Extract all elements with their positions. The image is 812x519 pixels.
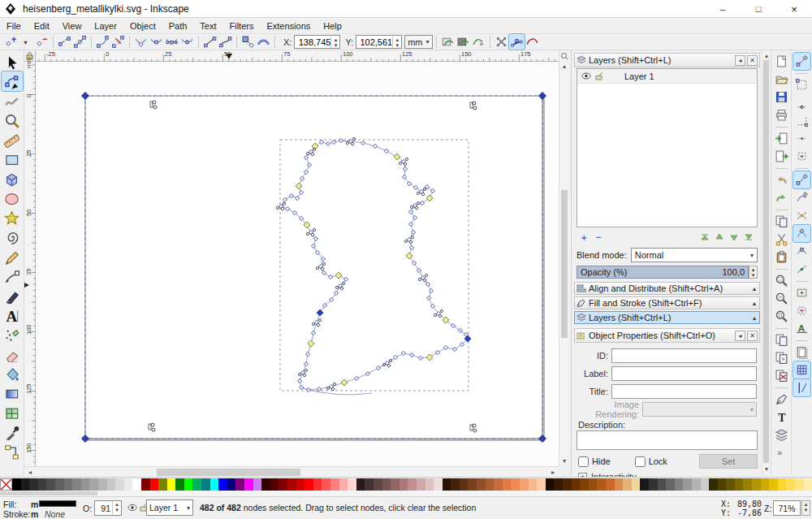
- color-swatch[interactable]: [296, 478, 305, 491]
- layer-visibility-icon[interactable]: [127, 504, 139, 512]
- layer-row[interactable]: Layer 1: [577, 69, 757, 84]
- x-coord-spinbox[interactable]: ▴▾: [294, 35, 340, 49]
- snap-to-paths-button[interactable]: [793, 189, 810, 206]
- color-swatch[interactable]: [520, 478, 529, 491]
- color-swatch[interactable]: [804, 478, 812, 491]
- y-coord-input[interactable]: [356, 36, 392, 48]
- cut-button[interactable]: [773, 231, 790, 248]
- tool-spiral[interactable]: [2, 227, 23, 247]
- hide-checkbox[interactable]: [578, 456, 589, 467]
- canvas[interactable]: [36, 62, 559, 466]
- color-swatch[interactable]: [304, 478, 313, 491]
- close-button[interactable]: ×: [776, 0, 812, 18]
- tool-zoom[interactable]: [2, 110, 23, 130]
- snap-bbox-edge-midpoints-button[interactable]: [793, 130, 810, 147]
- print-button[interactable]: [773, 106, 790, 123]
- color-swatch[interactable]: [468, 478, 477, 491]
- color-swatch[interactable]: [313, 478, 322, 491]
- color-swatch[interactable]: [786, 478, 795, 491]
- snap-page-border-button[interactable]: [793, 344, 810, 361]
- fill-stroke-dialog-button[interactable]: [773, 391, 790, 408]
- description-textarea[interactable]: [577, 430, 758, 450]
- color-swatch[interactable]: [192, 478, 201, 491]
- color-swatch[interactable]: [29, 478, 38, 491]
- id-input[interactable]: [611, 348, 757, 363]
- edit-clip-button[interactable]: [440, 34, 456, 50]
- color-swatch[interactable]: [692, 478, 701, 491]
- label-input[interactable]: [611, 366, 757, 381]
- color-swatch[interactable]: [374, 478, 382, 491]
- cms-adjust-icon[interactable]: [559, 52, 569, 60]
- color-swatch[interactable]: [167, 478, 176, 491]
- tool-star[interactable]: [2, 208, 23, 227]
- stroke-to-path-button[interactable]: [256, 34, 271, 50]
- node-corner-button[interactable]: [133, 34, 149, 50]
- color-swatch[interactable]: [752, 478, 761, 491]
- set-button[interactable]: Set: [699, 454, 758, 469]
- snap-cusp-nodes-button[interactable]: [793, 225, 810, 242]
- color-swatch[interactable]: [150, 478, 159, 491]
- color-swatch[interactable]: [615, 478, 624, 491]
- delete-node-button[interactable]: [34, 34, 50, 50]
- y-coord-spinbox[interactable]: ▴▾: [356, 35, 402, 49]
- zoom-spin-arrows[interactable]: ▴▾: [801, 500, 810, 516]
- color-swatch[interactable]: [417, 478, 425, 491]
- object-opacity-spinbox[interactable]: 91 ▴▾: [94, 500, 122, 516]
- color-swatch[interactable]: [726, 478, 735, 491]
- snap-smooth-nodes-button[interactable]: [793, 243, 810, 260]
- canvas-horizontal-scrollbar[interactable]: ◂ ▸: [24, 466, 559, 477]
- color-swatch[interactable]: [408, 478, 417, 491]
- clone-button[interactable]: [773, 349, 790, 366]
- color-swatch[interactable]: [184, 478, 193, 491]
- tool-dropper[interactable]: [2, 422, 23, 442]
- redo-button[interactable]: [773, 189, 790, 206]
- color-swatch[interactable]: [434, 478, 443, 491]
- color-swatch[interactable]: [348, 478, 356, 491]
- color-swatch[interactable]: [55, 478, 64, 491]
- layer-to-top-icon[interactable]: [699, 231, 714, 244]
- panel-collapse-button[interactable]: ◂: [735, 55, 745, 66]
- object-properties-title[interactable]: Object Properties (Shift+Ctrl+O) ◂ ✕: [574, 328, 760, 343]
- color-swatch[interactable]: [761, 478, 770, 491]
- tool-bezier-pen[interactable]: [2, 266, 23, 286]
- color-swatch[interactable]: [658, 478, 667, 491]
- dockbar-fill-stroke[interactable]: Fill and Stroke (Shift+Ctrl+F) ▴: [574, 296, 760, 309]
- scroll-down-icon[interactable]: ▾: [762, 465, 771, 472]
- node-smooth-button[interactable]: [149, 34, 164, 50]
- swatch-none[interactable]: [0, 478, 12, 491]
- undo-button[interactable]: [773, 171, 790, 188]
- color-swatch[interactable]: [709, 478, 718, 491]
- color-swatch[interactable]: [38, 478, 47, 491]
- fill-color-swatch[interactable]: [39, 500, 76, 507]
- layers-dialog-button[interactable]: [773, 426, 790, 443]
- palette-scroll-thumb[interactable]: [0, 491, 97, 495]
- text-dialog-button[interactable]: T: [773, 409, 790, 426]
- color-swatch[interactable]: [201, 478, 210, 491]
- title-input[interactable]: [611, 384, 757, 399]
- color-swatch[interactable]: [261, 478, 270, 491]
- show-transform-handles-button[interactable]: [494, 34, 509, 50]
- color-swatch[interactable]: [580, 478, 589, 491]
- zoom-page-button[interactable]: [773, 308, 790, 325]
- dockbar-align-distribute[interactable]: Align and Distribute (Shift+Ctrl+A) ▴: [574, 282, 760, 295]
- segment-to-curve-button[interactable]: [218, 34, 233, 50]
- panel-collapse-button[interactable]: ◂: [735, 331, 745, 341]
- tool-ellipse[interactable]: [2, 188, 23, 208]
- color-swatch[interactable]: [89, 478, 98, 491]
- export-button[interactable]: [773, 148, 790, 165]
- snap-text-baseline-button[interactable]: A: [793, 320, 810, 337]
- color-swatch[interactable]: [701, 478, 710, 491]
- show-node-handles-button[interactable]: [509, 34, 525, 50]
- dock-scrollbar[interactable]: ▴ ▾: [762, 50, 770, 475]
- menu-file[interactable]: File: [0, 18, 28, 34]
- color-swatch[interactable]: [649, 478, 658, 491]
- color-swatch[interactable]: [244, 478, 253, 491]
- canvas-vertical-scrollbar[interactable]: ▴ ▾: [559, 50, 568, 466]
- insert-node-button[interactable]: [3, 34, 19, 50]
- layers-list[interactable]: Layer 1: [577, 68, 758, 227]
- join-with-segment-button[interactable]: [95, 34, 110, 50]
- scroll-up-icon[interactable]: ▴: [762, 52, 771, 58]
- color-swatch[interactable]: [683, 478, 692, 491]
- color-swatch[interactable]: [718, 478, 727, 491]
- color-swatch[interactable]: [537, 478, 546, 491]
